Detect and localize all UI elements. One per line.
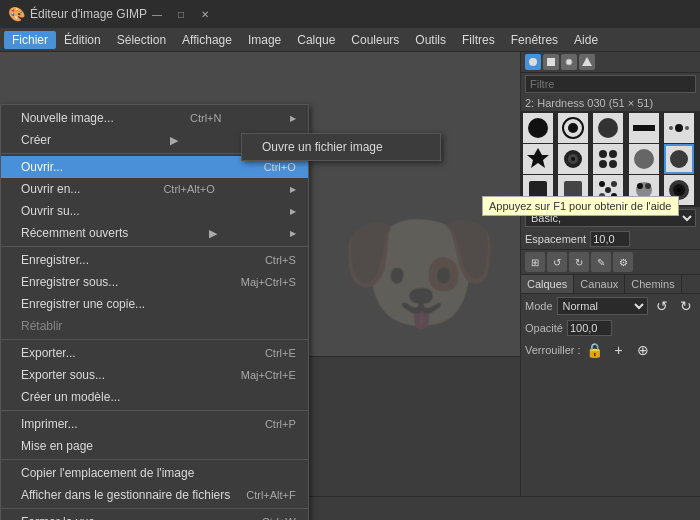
svg-point-31	[645, 183, 651, 189]
brush-tab-pattern2[interactable]	[543, 54, 559, 70]
menu-edition[interactable]: Édition	[56, 31, 109, 49]
menu-item-creer-modele[interactable]: Créer un modèle...	[1, 386, 308, 408]
spacing-input[interactable]	[590, 231, 630, 247]
brush-cell-13[interactable]	[593, 175, 623, 205]
brush-cell-5[interactable]	[664, 113, 694, 143]
brush-cell-14[interactable]	[629, 175, 659, 205]
title-bar: 🎨 Éditeur d'image GIMP — □ ✕	[0, 0, 700, 28]
lock-icon-1[interactable]: 🔒	[585, 340, 605, 360]
menu-item-imprimer[interactable]: Imprimer... Ctrl+P	[1, 413, 308, 435]
brush-cell-2[interactable]	[558, 113, 588, 143]
opacity-label: Opacité	[525, 322, 563, 334]
menu-item-mise-en-page[interactable]: Mise en page	[1, 435, 308, 457]
brush-tool-2[interactable]: ↺	[547, 252, 567, 272]
menu-item-enregistrer[interactable]: Enregistrer... Ctrl+S	[1, 249, 308, 271]
menu-item-exporter-sous[interactable]: Exporter sous... Maj+Ctrl+E	[1, 364, 308, 386]
brush-cell-4[interactable]	[629, 113, 659, 143]
layers-controls: Mode Normal ↺ ↻	[521, 294, 700, 318]
menu-image[interactable]: Image	[240, 31, 289, 49]
fichier-dropdown: Nouvelle image... Ctrl+N Créer ▶ Ouvrir.…	[0, 104, 309, 520]
svg-point-28	[611, 193, 617, 199]
menu-selection[interactable]: Sélection	[109, 31, 174, 49]
svg-marker-3	[582, 57, 592, 66]
spacing-row: Espacement	[521, 229, 700, 249]
submenu-ouvrir-fichier[interactable]: Ouvre un fichier image	[242, 136, 440, 158]
brush-cell-11[interactable]	[523, 175, 553, 205]
brush-tab-pattern1[interactable]	[525, 54, 541, 70]
tab-canaux[interactable]: Canaux	[574, 275, 625, 293]
brush-cell-8[interactable]	[593, 144, 623, 174]
svg-point-30	[637, 183, 643, 189]
opacity-input[interactable]	[567, 320, 612, 336]
menu-aide[interactable]: Aide	[566, 31, 606, 49]
tab-calques[interactable]: Calques	[521, 275, 574, 293]
brush-cell-6[interactable]	[523, 144, 553, 174]
tab-chemins[interactable]: Chemins	[625, 275, 681, 293]
menu-item-ouvrir-sur[interactable]: Ouvrir su...	[1, 200, 308, 222]
menu-couleurs[interactable]: Couleurs	[343, 31, 407, 49]
brush-tools-row: ⊞ ↺ ↻ ✎ ⚙	[521, 249, 700, 275]
svg-point-34	[677, 188, 681, 192]
close-button[interactable]: ✕	[195, 4, 215, 24]
menu-item-fermer-vue[interactable]: Fermer la vue Ctrl+W	[1, 511, 308, 520]
svg-point-7	[598, 118, 618, 138]
separator-3	[1, 339, 308, 340]
brush-tool-3[interactable]: ↻	[569, 252, 589, 272]
mode-icon-1[interactable]: ↺	[652, 296, 672, 316]
menu-item-enregistrer-sous[interactable]: Enregistrer sous... Maj+Ctrl+S	[1, 271, 308, 293]
svg-point-26	[605, 187, 611, 193]
svg-point-17	[609, 150, 617, 158]
lock-row: Verrouiller : 🔒 + ⊕	[521, 338, 700, 362]
right-panel: 2: Hardness 030 (51 × 51)	[520, 52, 700, 496]
brush-preset-select[interactable]: Basic,	[525, 209, 696, 227]
menu-outils[interactable]: Outils	[407, 31, 454, 49]
menu-item-ouvrir-en[interactable]: Ouvrir en... Ctrl+Alt+O	[1, 178, 308, 200]
brush-selected-label: 2: Hardness 030 (51 × 51)	[521, 95, 700, 111]
menu-item-retablir[interactable]: Rétablir	[1, 315, 308, 337]
menu-item-afficher-gestionnaire[interactable]: Afficher dans le gestionnaire de fichier…	[1, 484, 308, 506]
mode-label: Mode	[525, 300, 553, 312]
brush-cell-10[interactable]	[664, 144, 694, 174]
menu-fichier[interactable]: Fichier	[4, 31, 56, 49]
menu-calque[interactable]: Calque	[289, 31, 343, 49]
spacing-label: Espacement	[525, 233, 586, 245]
brush-tool-1[interactable]: ⊞	[525, 252, 545, 272]
brush-cell-7[interactable]	[558, 144, 588, 174]
svg-point-0	[529, 58, 537, 66]
svg-point-18	[599, 160, 607, 168]
window-controls: — □ ✕	[147, 4, 215, 24]
brush-cell-3[interactable]	[593, 113, 623, 143]
menu-item-exporter[interactable]: Exporter... Ctrl+E	[1, 342, 308, 364]
lock-icon-2[interactable]: +	[609, 340, 629, 360]
brush-tab-pattern4[interactable]	[579, 54, 595, 70]
brush-cell-12[interactable]	[558, 175, 588, 205]
brush-tool-5[interactable]: ⚙	[613, 252, 633, 272]
brush-cell-15[interactable]	[664, 175, 694, 205]
mode-icon-2[interactable]: ↻	[676, 296, 696, 316]
menu-filtres[interactable]: Filtres	[454, 31, 503, 49]
brush-filter-row	[521, 73, 700, 95]
menu-affichage[interactable]: Affichage	[174, 31, 240, 49]
brush-cell-1[interactable]	[523, 113, 553, 143]
menu-fenetres[interactable]: Fenêtres	[503, 31, 566, 49]
svg-point-19	[609, 160, 617, 168]
brush-cell-9[interactable]	[629, 144, 659, 174]
mode-select[interactable]: Normal	[557, 297, 648, 315]
brush-tool-4[interactable]: ✎	[591, 252, 611, 272]
title-text: Éditeur d'image GIMP	[30, 7, 147, 21]
svg-rect-1	[547, 58, 555, 66]
menu-item-recemment-ouverts[interactable]: Récemment ouverts ▶	[1, 222, 308, 244]
menu-item-enregistrer-copie[interactable]: Enregistrer une copie...	[1, 293, 308, 315]
minimize-button[interactable]: —	[147, 4, 167, 24]
maximize-button[interactable]: □	[171, 4, 191, 24]
menu-bar: Fichier Édition Sélection Affichage Imag…	[0, 28, 700, 52]
svg-point-4	[528, 118, 548, 138]
lock-icon-3[interactable]: ⊕	[633, 340, 653, 360]
menu-item-nouvelle-image[interactable]: Nouvelle image... Ctrl+N	[1, 107, 308, 129]
layers-tabs: Calques Canaux Chemins	[521, 275, 700, 294]
brush-tab-pattern3[interactable]	[561, 54, 577, 70]
svg-point-11	[685, 126, 689, 130]
brush-filter-input[interactable]	[525, 75, 696, 93]
menu-item-copier-emplacement[interactable]: Copier l'emplacement de l'image	[1, 462, 308, 484]
svg-point-24	[599, 181, 605, 187]
